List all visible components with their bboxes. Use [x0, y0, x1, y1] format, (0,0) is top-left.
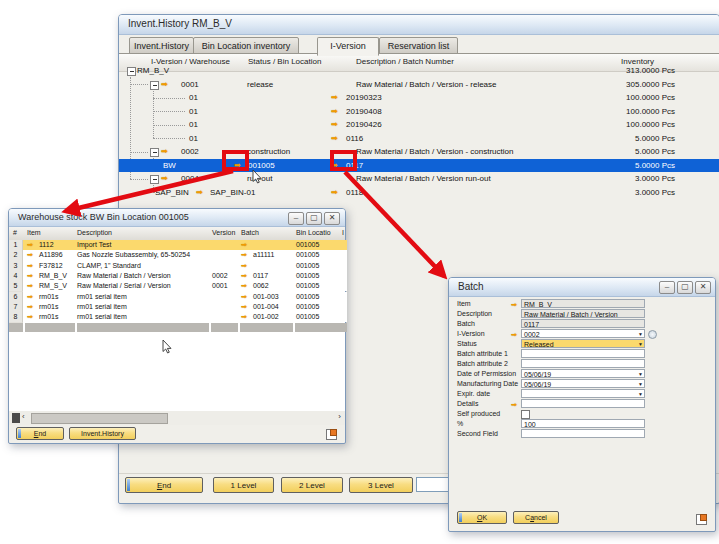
batch-titlebar[interactable]: Batch – ▢ ✕ — [449, 278, 715, 297]
warehouse-row-7[interactable]: 7➡rm01srm01 serial item➡001-004001005 — [9, 302, 347, 312]
tree-row-0002[interactable]: ➡0002constructionRaw Material / Batch / … — [119, 145, 719, 159]
warehouse-titlebar[interactable]: Warehouse stock BW Bin Location 001005 –… — [9, 209, 345, 227]
bin-location-value: 001005 — [296, 271, 319, 281]
field-value[interactable] — [521, 429, 645, 438]
field-value[interactable]: 05/06/19▼ — [521, 379, 645, 388]
dropdown-arrow-icon[interactable]: ▼ — [638, 391, 643, 398]
batch-button-ok[interactable]: OK — [457, 511, 507, 524]
scrollbar-split-handle[interactable] — [12, 413, 20, 423]
tree-row-bw[interactable]: BW➡001005➡01175.0000 Pcs — [119, 159, 719, 173]
link-arrow-icon: ➡ — [331, 186, 338, 200]
horizontal-scrollbar[interactable]: ‹ › — [9, 411, 345, 425]
warehouse-row-6[interactable]: 6➡rm01srm01 serial item➡001-003001005 — [9, 292, 347, 302]
batch-field-i-version: I-Version➡0002▼ — [449, 329, 717, 339]
wh-col-version: Version — [212, 229, 235, 236]
maximize-icon[interactable]: ▢ — [677, 281, 693, 294]
footer-button-3-level[interactable]: 3 Level — [349, 477, 413, 493]
batch-number-value: 20190323 — [346, 91, 382, 105]
collapse-icon[interactable] — [150, 148, 159, 157]
warehouse-window-title: Warehouse stock BW Bin Location 001005 — [18, 212, 189, 222]
batch-value: 001-002 — [253, 312, 279, 322]
field-label: Item — [457, 299, 471, 309]
tree-node-label: RM_B_V — [137, 64, 169, 78]
inventory-value: 5.0000 Pcs — [545, 145, 675, 159]
minimize-icon[interactable]: – — [659, 281, 675, 294]
dropdown-arrow-icon[interactable]: ▼ — [638, 331, 643, 338]
warehouse-row-5[interactable]: 5➡RM_S_VRaw Material / Serial / Version0… — [9, 281, 347, 291]
item-code: A11896 — [39, 250, 63, 260]
close-icon[interactable]: ✕ — [324, 212, 340, 225]
tree-row-sap_bin[interactable]: SAP_BIN➡SAP_BIN-01➡01183.0000 Pcs — [119, 186, 719, 200]
batch-field-batch-attribute-2: Batch attribute 2 — [449, 359, 717, 369]
field-label: Details — [457, 399, 478, 409]
tree-row-01[interactable]: 01➡20190408100.0000 Pcs — [119, 105, 719, 119]
tree-row-01[interactable]: 01➡20190323100.0000 Pcs — [119, 91, 719, 105]
collapse-icon[interactable] — [150, 175, 159, 184]
field-label: Batch — [457, 319, 475, 329]
warehouse-row-1[interactable]: 1➡1112Import Test➡001005 — [9, 240, 347, 250]
info-icon[interactable] — [648, 330, 657, 339]
resize-icon[interactable] — [326, 429, 337, 440]
dropdown-arrow-icon[interactable]: ▼ — [638, 371, 643, 378]
tree-row-0004[interactable]: ➡0004run-outRaw Material / Batch / Versi… — [119, 172, 719, 186]
wh-col-i: I — [342, 229, 344, 236]
field-value[interactable] — [521, 399, 645, 408]
field-value[interactable]: ▼ — [521, 389, 645, 398]
version-value: 0001 — [212, 281, 228, 291]
inventory-value: 5.0000 Pcs — [545, 159, 675, 173]
bin-location-value: 001005 — [296, 312, 319, 322]
minimize-icon[interactable]: – — [288, 212, 304, 225]
tree-row-01[interactable]: 01➡20190426100.0000 Pcs — [119, 118, 719, 132]
bin-location-value: 001005 — [296, 240, 319, 250]
item-description: Raw Material / Batch / Version — [77, 271, 171, 281]
field-value[interactable]: Released▼ — [521, 339, 645, 348]
warehouse-button-invent-history[interactable]: Invent.History — [69, 427, 136, 440]
scrollbar-thumb[interactable] — [31, 413, 168, 424]
field-value[interactable]: 100 — [521, 419, 645, 428]
dropdown-arrow-icon[interactable]: ▼ — [638, 381, 643, 388]
warehouse-row-3[interactable]: 3➡F37812CLAMP, 1" Standard➡001005 — [9, 261, 347, 271]
maximize-icon[interactable]: ▢ — [306, 212, 322, 225]
batch-field-batch-attribute-1: Batch attribute 1 — [449, 349, 717, 359]
annotation-box-batch — [330, 150, 357, 171]
warehouse-row-8[interactable]: 8➡rm01srm01 serial item➡001-002001005 — [9, 312, 347, 322]
self-produced-checkbox[interactable] — [521, 410, 530, 419]
tree-node-label: 0002 — [181, 145, 199, 159]
field-value[interactable] — [521, 349, 645, 358]
field-label: Description — [457, 309, 492, 319]
link-arrow-icon: ➡ — [241, 261, 247, 271]
warehouse-row-4[interactable]: 4➡RM_B_VRaw Material / Batch / Version00… — [9, 271, 347, 281]
link-arrow-icon: ➡ — [196, 186, 203, 200]
tab-i-version[interactable]: I-Version — [317, 37, 379, 56]
field-value[interactable]: 0002▼ — [521, 329, 645, 338]
warehouse-row-2[interactable]: 2➡A11896Gas Nozzle Subassembly, 65-50254… — [9, 250, 347, 260]
link-arrow-icon: ➡ — [161, 172, 168, 186]
batch-button-cancel[interactable]: Cancel — [513, 511, 559, 524]
dropdown-arrow-icon[interactable]: ▼ — [638, 341, 643, 348]
scroll-right-icon[interactable]: › — [338, 412, 341, 421]
close-icon[interactable]: ✕ — [695, 281, 711, 294]
collapse-icon[interactable] — [127, 67, 136, 76]
field-value: RM_B_V — [521, 299, 645, 308]
field-value[interactable]: 05/06/19▼ — [521, 369, 645, 378]
item-description: Import Test — [77, 240, 112, 250]
item-code: F37812 — [39, 261, 63, 271]
resize-icon[interactable] — [696, 514, 707, 525]
footer-button-end[interactable]: End — [125, 477, 203, 493]
footer-button-2-level[interactable]: 2 Level — [281, 477, 343, 493]
bin-location-value: 001005 — [296, 302, 319, 312]
batch-field-status: StatusReleased▼ — [449, 339, 717, 349]
tree-row-0001[interactable]: ➡0001releaseRaw Material / Batch / Versi… — [119, 78, 719, 92]
tree-row-01[interactable]: 01➡01165.0000 Pcs — [119, 132, 719, 146]
scroll-left-icon[interactable]: ‹ — [22, 412, 25, 421]
field-label: Date of Permission — [457, 369, 516, 379]
collapse-icon[interactable] — [150, 81, 159, 90]
wh-col-description: Description — [77, 229, 112, 236]
footer-button-1-level[interactable]: 1 Level — [213, 477, 274, 493]
tree-row-rm_b_v[interactable]: RM_B_V313.0000 Pcs — [119, 64, 719, 78]
field-value[interactable] — [521, 359, 645, 368]
batch-field-item: Item➡RM_B_V — [449, 299, 717, 309]
link-arrow-icon: ➡ — [241, 250, 247, 260]
bin-location-value: 001005 — [248, 159, 275, 173]
warehouse-button-end[interactable]: End — [16, 427, 64, 440]
